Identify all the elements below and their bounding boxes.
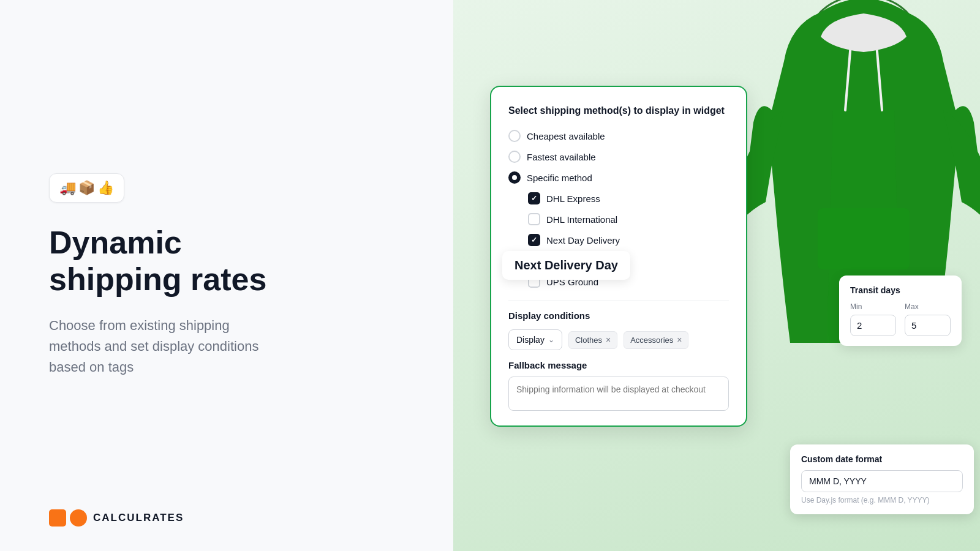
date-format-card: Custom date format Use Day.js format (e.… — [790, 444, 974, 514]
checkbox-dhl-international-label: DHL International — [546, 214, 617, 225]
tag-accessories-close-icon[interactable]: × — [677, 335, 682, 344]
fallback-textarea[interactable] — [508, 377, 729, 411]
transit-max-input[interactable] — [905, 315, 951, 336]
widget-section-title: Select shipping method(s) to display in … — [508, 104, 729, 118]
transit-max-col: Max — [905, 302, 951, 336]
radio-specific-circle[interactable] — [508, 171, 521, 184]
checkbox-next-day-label: Next Day Delivery — [546, 235, 620, 246]
checkbox-dhl-express-box[interactable] — [528, 192, 540, 204]
checkbox-next-day-box[interactable] — [528, 234, 540, 246]
logo-circle-icon — [70, 509, 87, 527]
chevron-down-icon: ⌄ — [548, 335, 554, 344]
checkbox-dhl-express[interactable]: DHL Express — [528, 192, 729, 204]
date-format-hint: Use Day.js format (e.g. MMM D, YYYY) — [801, 496, 963, 504]
right-panel: Select shipping method(s) to display in … — [453, 0, 980, 551]
tag-clothes[interactable]: Clothes × — [568, 331, 617, 349]
display-select[interactable]: Display ⌄ — [508, 329, 562, 350]
checkbox-next-day[interactable]: Next Day Delivery — [528, 234, 729, 246]
radio-specific-label: Specific method — [527, 173, 592, 183]
tag-accessories-label: Accessories — [630, 335, 673, 345]
radio-fastest[interactable]: Fastest available — [508, 151, 729, 163]
radio-cheapest-label: Cheapest available — [527, 131, 605, 141]
radio-group: Cheapest available Fastest available Spe… — [508, 130, 729, 184]
radio-fastest-label: Fastest available — [527, 152, 596, 162]
conditions-row: Display ⌄ Clothes × Accessories × — [508, 329, 729, 350]
main-title: Dynamic shipping rates — [49, 225, 404, 298]
next-delivery-label: Next Delivery Day — [514, 258, 618, 272]
transit-min-input[interactable] — [850, 315, 896, 336]
fallback-section: Fallback message — [508, 360, 729, 413]
section-divider — [508, 300, 729, 301]
display-select-label: Display — [516, 335, 545, 345]
radio-fastest-circle[interactable] — [508, 151, 521, 163]
transit-max-label: Max — [905, 302, 951, 311]
next-delivery-badge: Next Delivery Day — [502, 251, 630, 280]
emoji-badge: 🚚📦👍 — [49, 173, 124, 203]
logo-area: CALCULRATES — [49, 509, 184, 527]
fallback-title: Fallback message — [508, 360, 729, 370]
transit-title: Transit days — [850, 285, 951, 295]
tag-accessories[interactable]: Accessories × — [624, 331, 688, 349]
subtitle-text: Choose from existing shipping methods an… — [49, 315, 343, 378]
svg-rect-0 — [818, 208, 910, 269]
checkbox-dhl-international-box[interactable] — [528, 213, 540, 225]
left-panel: 🚚📦👍 Dynamic shipping rates Choose from e… — [0, 0, 453, 551]
tag-clothes-close-icon[interactable]: × — [606, 335, 611, 344]
radio-specific[interactable]: Specific method — [508, 171, 729, 184]
display-conditions-title: Display conditions — [508, 310, 729, 321]
radio-cheapest-circle[interactable] — [508, 130, 521, 142]
transit-row: Min Max — [850, 302, 951, 336]
transit-min-col: Min — [850, 302, 896, 336]
logo-square-icon — [49, 509, 66, 527]
date-format-title: Custom date format — [801, 454, 963, 464]
transit-card: Transit days Min Max — [839, 276, 962, 346]
checkbox-dhl-international[interactable]: DHL International — [528, 213, 729, 225]
logo-icons — [49, 509, 87, 527]
checkbox-dhl-express-label: DHL Express — [546, 193, 600, 204]
radio-cheapest[interactable]: Cheapest available — [508, 130, 729, 142]
tag-clothes-label: Clothes — [575, 335, 602, 345]
transit-min-label: Min — [850, 302, 896, 311]
date-format-input[interactable] — [801, 470, 963, 492]
logo-text: CALCULRATES — [93, 512, 184, 524]
